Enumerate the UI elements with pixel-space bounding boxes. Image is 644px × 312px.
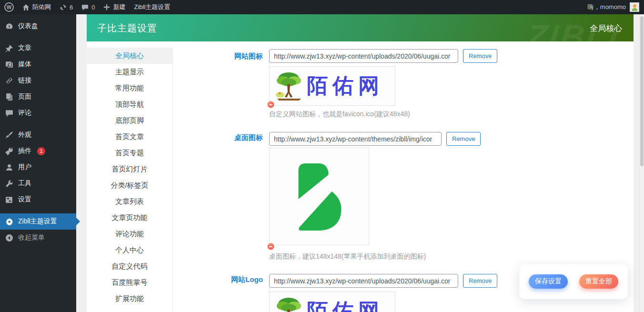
theme-menu-item-common[interactable]: 常用功能 [87,80,172,96]
sidebar-item-appearance[interactable]: 外观 [0,127,76,143]
site-logo-url-input[interactable] [269,274,458,288]
comment-count: 0 [91,4,95,11]
panel-header: 子比主题设置 全局核心 ZIBLL [87,14,634,41]
site-icon-url-input[interactable] [269,49,458,63]
site-icon-remove-button[interactable]: Remove [463,49,497,63]
theme-menu-item-baidu[interactable]: 百度熊掌号 [87,274,172,291]
zibll-b-logo [294,161,344,232]
theme-menu-item-extensions[interactable]: 扩展功能 [87,291,172,307]
theme-settings-shortcut[interactable]: Zibll主题设置 [130,0,174,14]
site-home-link[interactable]: 陌佑网 [18,0,55,14]
site-icon-delete-icon[interactable] [267,101,274,108]
theme-menu-item-footer[interactable]: 底部页脚 [87,112,172,129]
site-logo-preview: 陌佑网 [269,292,395,312]
comments-link[interactable]: 0 [77,0,99,14]
theme-menu-item-global[interactable]: 全局核心 [87,48,172,64]
theme-menu-item-home-topics[interactable]: 首页专题 [87,145,172,161]
dashboard-icon [5,22,13,30]
page-scrollbar[interactable] [639,14,644,312]
theme-menu-item-comments[interactable]: 评论功能 [87,226,172,242]
account-menu[interactable]: 嗨，momomo [588,2,644,12]
new-content-link[interactable]: 新建 [99,0,130,14]
collapse-icon [5,234,13,242]
admin-bar: W 陌佑网 6 0 新建 Zibll主题设置 嗨，momomo [0,0,644,14]
moyou-tree-icon [274,296,304,312]
reset-all-button[interactable]: 重置全部 [579,274,618,289]
pin-icon [5,44,13,52]
wordpress-logo[interactable]: W [0,0,18,14]
theme-menu-item-custom-code[interactable]: 自定义代码 [87,258,172,274]
plus-icon [103,4,110,10]
floating-actions-card: 保存设置 重置全部 [519,264,628,299]
theme-settings-menu: 全局核心 主题显示 常用功能 顶部导航 底部页脚 首页文章 首页专题 首页幻灯片… [87,48,173,312]
theme-menu-item-home-slider[interactable]: 首页幻灯片 [87,161,172,177]
theme-menu-item-user-center[interactable]: 个人中心 [87,242,172,258]
sidebar-item-links[interactable]: 链接 [0,72,76,89]
scrollbar-thumb[interactable] [640,16,644,166]
sidebar-item-comments[interactable]: 评论 [0,105,76,121]
sidebar-item-plugins[interactable]: 插件 1 [0,143,76,159]
site-name: 陌佑网 [32,3,51,11]
theme-menu-item-home-posts[interactable]: 首页文章 [87,129,172,145]
sidebar-item-zibll-settings[interactable]: Zibll主题设置 [0,213,76,230]
sidebar-item-collapse-menu[interactable]: 收起菜单 [0,230,76,246]
wrench-icon [5,180,13,188]
site-icon-description: 自定义网站图标，也就是favicon.ico(建议48x48) [269,110,410,119]
site-logo-remove-button[interactable]: Remove [463,274,497,288]
moyou-logo-text: 陌佑网 [307,72,384,100]
desktop-icon-delete-icon[interactable] [267,243,274,250]
sidebar-item-pages[interactable]: 页面 [0,89,76,105]
update-icon [60,4,67,11]
field-label-desktop-icon: 桌面图标 [172,133,263,142]
desktop-icon-description: 桌面图标，建议148x148(苹果手机添加到桌面的图标) [269,252,426,261]
page-title: 子比主题设置 [97,22,157,35]
theme-menu-item-category-tag[interactable]: 分类/标签页 [87,177,172,193]
greeting: 嗨，momomo [588,3,626,11]
gear-icon [5,218,13,226]
field-label-site-logo: 网站Logo [172,275,263,284]
sidebar-item-dashboard[interactable]: 仪表盘 [0,18,76,34]
desktop-icon-url-input[interactable] [269,132,442,146]
wp-admin-sidebar: 仪表盘 文章 媒体 链接 页面 评论 外观 [0,14,76,312]
moyou-tree-icon [274,71,304,101]
media-icon [5,60,13,69]
theme-menu-item-post-page[interactable]: 文章页功能 [87,210,172,226]
zibll-watermark: ZIBLL [525,18,633,41]
desktop-icon-preview [269,148,369,245]
sidebar-item-settings[interactable]: 设置 [0,191,76,208]
theme-menu-item-post-list[interactable]: 文章列表 [87,193,172,210]
pages-icon [5,93,13,101]
updates-link[interactable]: 6 [55,0,77,14]
sidebar-item-tools[interactable]: 工具 [0,175,76,191]
moyou-logo-text: 陌佑网 [307,297,384,312]
sliders-icon [5,196,13,204]
brush-icon [5,131,13,139]
home-icon [22,4,30,11]
sidebar-item-users[interactable]: 用户 [0,159,76,175]
comment-icon [81,4,89,11]
sidebar-item-posts[interactable]: 文章 [0,40,76,56]
sidebar-item-media[interactable]: 媒体 [0,56,76,72]
comment-icon [5,109,13,117]
plugin-update-badge: 1 [37,147,45,155]
desktop-icon-remove-button[interactable]: Remove [446,132,481,146]
theme-menu-item-display[interactable]: 主题显示 [87,64,172,80]
link-icon [5,77,13,85]
wordpress-logo-icon: W [4,2,14,12]
theme-menu-item-topnav[interactable]: 顶部导航 [87,96,172,112]
plugin-icon [5,147,13,155]
field-label-site-icon: 网站图标 [172,52,263,61]
new-label: 新建 [113,3,125,11]
save-settings-button[interactable]: 保存设置 [529,274,568,289]
update-count: 6 [70,4,73,11]
site-icon-preview: 陌佑网 [269,66,395,106]
user-icon [5,163,13,171]
avatar [630,2,639,12]
